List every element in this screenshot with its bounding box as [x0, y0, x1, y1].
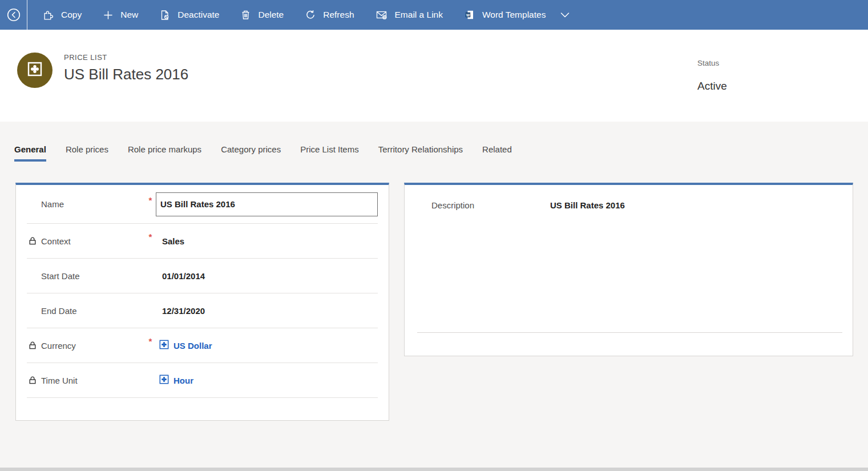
- required-marker: *: [149, 224, 152, 241]
- trash-icon: [241, 10, 251, 20]
- command-bar-items: Copy New Deactivate: [27, 0, 580, 30]
- end-date-field-value[interactable]: 12/31/2020: [156, 306, 378, 316]
- email-link-icon: [376, 10, 387, 20]
- back-button[interactable]: [0, 0, 27, 30]
- deactivate-button-label: Deactivate: [177, 10, 219, 20]
- new-button-label: New: [120, 10, 138, 20]
- tab-category-prices[interactable]: Category prices: [221, 144, 281, 162]
- field-row-time-unit: Time Unit Hour: [27, 363, 378, 398]
- email-a-link-button-label: Email a Link: [395, 10, 443, 20]
- context-field-value: Sales: [156, 236, 378, 246]
- start-date-field-value[interactable]: 01/01/2014: [156, 271, 378, 281]
- field-row-name: Name *: [27, 185, 378, 224]
- chevron-down-icon: [560, 13, 570, 18]
- tab-related[interactable]: Related: [482, 144, 512, 162]
- new-button[interactable]: New: [92, 0, 149, 30]
- record-header: PRICE LIST US Bill Rates 2016 Status Act…: [0, 30, 868, 122]
- horizontal-scrollbar[interactable]: [0, 468, 868, 471]
- form-cards: Name * Context * Sales Sta: [15, 183, 853, 421]
- avatar: [17, 53, 53, 88]
- field-row-context: Context * Sales: [27, 224, 378, 259]
- start-date-field-label: Start Date: [41, 271, 145, 281]
- delete-button[interactable]: Delete: [230, 0, 294, 30]
- refresh-button-label: Refresh: [323, 10, 354, 20]
- description-field-value[interactable]: US Bill Rates 2016: [550, 200, 840, 210]
- tab-price-list-items[interactable]: Price List Items: [300, 144, 359, 162]
- delete-button-label: Delete: [258, 10, 284, 20]
- document-deactivate-icon: [160, 10, 170, 21]
- tab-territory-relationships[interactable]: Territory Relationships: [378, 144, 463, 162]
- time-unit-field-label: Time Unit: [41, 376, 145, 385]
- refresh-button[interactable]: Refresh: [294, 0, 365, 30]
- main-content: General Role prices Role price markups C…: [0, 122, 868, 471]
- copy-button[interactable]: Copy: [32, 0, 92, 30]
- status-block: Status Active: [697, 59, 727, 92]
- currency-field-value: US Dollar: [173, 341, 212, 351]
- currency-field-label: Currency: [41, 341, 145, 351]
- word-file-icon: W: [465, 10, 475, 20]
- field-row-start-date: Start Date 01/01/2014: [27, 259, 378, 293]
- email-a-link-button[interactable]: Email a Link: [365, 0, 454, 30]
- name-input[interactable]: [156, 192, 378, 216]
- word-templates-button-label: Word Templates: [482, 10, 546, 20]
- copy-button-label: Copy: [61, 10, 82, 20]
- status-value: Active: [697, 80, 727, 92]
- required-marker: *: [149, 328, 152, 346]
- plus-icon: [103, 10, 113, 20]
- tab-role-price-markups[interactable]: Role price markups: [128, 144, 201, 162]
- time-unit-lookup-icon: [159, 375, 169, 386]
- page-title: US Bill Rates 2016: [64, 66, 188, 83]
- lock-icon: [27, 376, 41, 384]
- lock-icon: [27, 341, 41, 349]
- header-titles: PRICE LIST US Bill Rates 2016: [64, 53, 188, 83]
- tab-role-prices[interactable]: Role prices: [66, 144, 108, 162]
- general-fields-card: Name * Context * Sales Sta: [15, 183, 389, 421]
- svg-text:W: W: [466, 13, 470, 17]
- field-row-currency: Currency * US Dollar: [27, 328, 378, 363]
- end-date-field-label: End Date: [41, 306, 145, 316]
- deactivate-button[interactable]: Deactivate: [149, 0, 230, 30]
- field-row-description: Description US Bill Rates 2016: [417, 185, 840, 210]
- price-list-entity-icon: [27, 62, 42, 79]
- context-field-label: Context: [41, 236, 145, 246]
- word-templates-button[interactable]: W Word Templates: [454, 0, 580, 30]
- chevron-left-circle-icon: [6, 7, 21, 22]
- form-tabs: General Role prices Role price markups C…: [0, 122, 868, 162]
- name-field-label: Name: [41, 199, 145, 209]
- description-field-label: Description: [431, 200, 550, 210]
- time-unit-lookup-link[interactable]: Hour: [156, 375, 378, 386]
- field-row-end-date: End Date 12/31/2020: [27, 293, 378, 328]
- entity-type-label: PRICE LIST: [64, 53, 188, 62]
- description-card: Description US Bill Rates 2016: [404, 183, 853, 356]
- currency-lookup-icon: [159, 340, 169, 351]
- tab-general[interactable]: General: [14, 144, 46, 162]
- puzzle-piece-icon: [43, 10, 54, 21]
- refresh-icon: [305, 10, 316, 20]
- lock-icon: [27, 237, 41, 245]
- required-marker: *: [149, 185, 152, 205]
- time-unit-field-value: Hour: [173, 376, 193, 385]
- status-label: Status: [697, 59, 727, 67]
- currency-lookup-link[interactable]: US Dollar: [156, 340, 378, 351]
- command-bar: Copy New Deactivate: [0, 0, 868, 30]
